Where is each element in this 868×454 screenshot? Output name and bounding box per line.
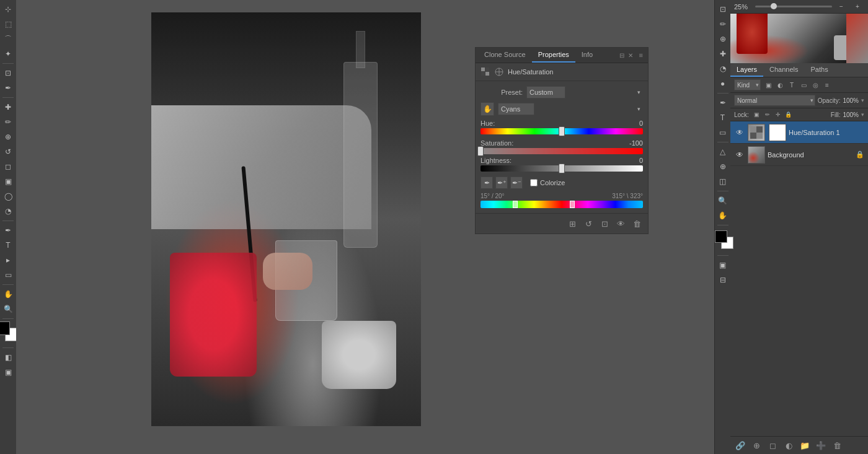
st-type[interactable]: T	[716, 111, 730, 124]
st-brush[interactable]: ✏	[716, 17, 730, 31]
tab-paths[interactable]: Paths	[805, 63, 835, 77]
kind-type-icon[interactable]: T	[787, 80, 797, 90]
delete-layer-btn[interactable]: 🗑	[831, 439, 843, 452]
panel-close-btn[interactable]: ✕	[627, 52, 634, 59]
eyedropper-btn[interactable]: ✒	[480, 177, 493, 189]
lightness-slider-thumb[interactable]	[559, 164, 565, 173]
crop-tool[interactable]: ⊡	[1, 66, 15, 80]
st-heal[interactable]: ✚	[716, 47, 730, 61]
brush-tool[interactable]: ✏	[1, 115, 15, 129]
color-range-bar[interactable]	[480, 201, 643, 208]
hue-slider-thumb[interactable]	[559, 126, 565, 136]
shape-tool[interactable]: ▭	[1, 268, 15, 282]
new-layer-icon[interactable]: ⊞	[566, 217, 578, 230]
kind-shape-icon[interactable]: ▭	[799, 80, 808, 90]
kind-select[interactable]: Kind	[734, 79, 761, 90]
panel-collapse-btn[interactable]: ⊟	[618, 52, 626, 59]
opacity-chevron[interactable]: ▾	[861, 97, 864, 103]
lock-paint-icon[interactable]: ✏	[763, 110, 772, 119]
hand-channel-btn[interactable]: ✋	[480, 102, 494, 116]
layer-visibility-bg[interactable]: 👁	[734, 149, 745, 160]
channel-select[interactable]: Cyans Master Reds Yellows Greens Blues M…	[498, 103, 534, 115]
secondary-fg-color[interactable]	[715, 230, 727, 243]
st-target[interactable]: ⊕	[716, 160, 730, 173]
st-adjust[interactable]: ◫	[716, 175, 730, 188]
healing-brush-tool[interactable]: ✚	[1, 100, 15, 114]
zoom-slider-track[interactable]	[755, 6, 832, 7]
lightness-slider-track[interactable]	[480, 165, 643, 172]
select-tool[interactable]: ⬚	[1, 17, 15, 31]
kind-adj-icon[interactable]: ◐	[775, 80, 785, 90]
st-layout2[interactable]: ⊟	[716, 273, 730, 287]
eraser-tool[interactable]: ◻	[1, 160, 15, 173]
tab-channels[interactable]: Channels	[763, 63, 804, 77]
st-shape[interactable]: ▭	[716, 126, 730, 139]
zoom-tool[interactable]: 🔍	[1, 302, 15, 316]
preset-select[interactable]: Custom Default Cyanotype	[526, 86, 565, 98]
st-burn[interactable]: ●	[716, 77, 730, 90]
st-zoom[interactable]: 🔍	[716, 194, 730, 207]
tab-properties[interactable]: Properties	[532, 48, 575, 63]
reset-icon[interactable]: ↺	[582, 217, 595, 230]
group-layer-btn[interactable]: 📁	[799, 439, 811, 452]
kind-smart-icon[interactable]: ◎	[810, 80, 820, 90]
path-select-tool[interactable]: ▸	[1, 253, 15, 267]
dodge-tool[interactable]: ◔	[1, 204, 15, 218]
link-layers-btn[interactable]: 🔗	[734, 439, 746, 452]
foreground-color[interactable]	[0, 321, 10, 335]
kind-filter-icon[interactable]: ≡	[822, 80, 832, 90]
tab-clone-source[interactable]: Clone Source	[478, 48, 532, 63]
screen-mode-tool[interactable]: ▣	[1, 365, 15, 379]
st-stamp[interactable]: ⊕	[716, 32, 730, 46]
delete-icon[interactable]: 🗑	[631, 217, 643, 230]
fill-chevron[interactable]: ▾	[861, 111, 864, 118]
history-brush-tool[interactable]: ↺	[1, 145, 15, 159]
eyedropper-plus-btn[interactable]: ✒⁺	[495, 177, 508, 189]
zoom-slider-thumb[interactable]	[771, 3, 777, 9]
clip-icon[interactable]: ⊡	[598, 217, 611, 230]
st-dodge[interactable]: ◔	[716, 62, 730, 76]
hand-tool[interactable]: ✋	[1, 287, 15, 301]
layer-mask-btn[interactable]: ◻	[766, 439, 779, 452]
blend-select[interactable]: Normal Multiply Screen Overlay	[734, 95, 815, 106]
pen-tool[interactable]: ✒	[1, 224, 15, 237]
saturation-slider-track[interactable]	[480, 148, 643, 154]
lock-position-icon[interactable]: ✛	[774, 110, 782, 119]
eyedropper-tool[interactable]: ✒	[1, 81, 15, 95]
clone-stamp-tool[interactable]: ⊕	[1, 130, 15, 144]
st-pen[interactable]: ✒	[716, 96, 730, 110]
layer-style-btn[interactable]: ⊕	[750, 439, 763, 452]
tab-layers[interactable]: Layers	[730, 63, 763, 77]
lock-all-icon[interactable]: 🔒	[784, 110, 793, 119]
zoom-in-btn[interactable]: +	[851, 0, 864, 14]
adj-layer-btn[interactable]: ◐	[782, 439, 795, 452]
lock-pixels-icon[interactable]: ▣	[753, 110, 761, 119]
blur-tool[interactable]: ◯	[1, 190, 15, 203]
tab-info[interactable]: Info	[575, 48, 599, 63]
type-tool[interactable]: T	[1, 238, 15, 252]
saturation-slider-thumb[interactable]	[477, 146, 484, 156]
panel-menu-btn[interactable]: ≡	[637, 50, 645, 60]
gradient-tool[interactable]: ▣	[1, 175, 15, 188]
st-3d[interactable]: △	[716, 145, 730, 159]
layer-item-husat[interactable]: 👁 Hue/Saturation 1	[730, 121, 868, 144]
quick-mask-tool[interactable]: ◧	[1, 351, 15, 364]
magic-wand-tool[interactable]: ✦	[1, 47, 15, 61]
new-layer-btn[interactable]: ➕	[815, 439, 827, 452]
visibility-icon[interactable]: 👁	[614, 217, 627, 230]
st-layout1[interactable]: ▣	[716, 258, 730, 272]
colorize-input[interactable]	[530, 179, 538, 186]
move-tool[interactable]: ⊹	[1, 2, 15, 16]
eyedropper-minus-btn[interactable]: ✒⁻	[510, 177, 523, 189]
layer-visibility-husat[interactable]: 👁	[734, 127, 745, 138]
range-marker-left[interactable]	[513, 201, 518, 208]
st-select[interactable]: ⊡	[716, 2, 730, 16]
layer-item-background[interactable]: 👁 Background 🔒	[730, 144, 868, 166]
st-hand[interactable]: ✋	[716, 209, 730, 222]
hue-slider-track[interactable]	[480, 128, 643, 134]
range-marker-right[interactable]	[570, 201, 575, 208]
lasso-tool[interactable]: ⌒	[1, 32, 15, 46]
zoom-out-btn[interactable]: −	[835, 0, 848, 14]
kind-pixel-icon[interactable]: ▣	[763, 80, 773, 90]
right-panel: 25% − + Layers Channels	[730, 0, 868, 454]
